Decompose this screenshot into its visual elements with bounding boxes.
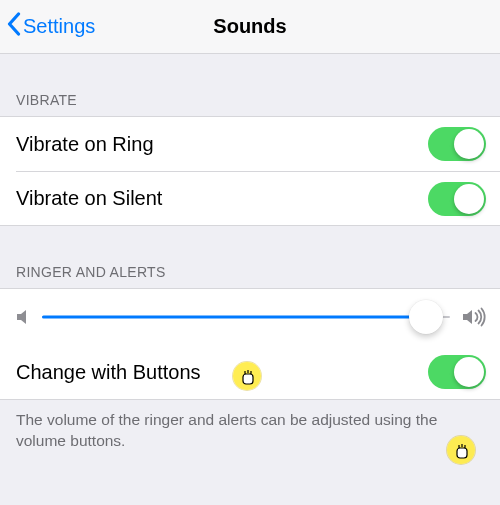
section-header-vibrate: VIBRATE [0, 54, 500, 116]
slider-thumb[interactable] [409, 300, 443, 334]
speaker-low-icon [16, 308, 30, 326]
group-ringer: Change with Buttons [0, 288, 500, 400]
row-label: Vibrate on Silent [16, 187, 162, 210]
back-label: Settings [23, 15, 95, 38]
section-header-ringer: RINGER AND ALERTS [0, 226, 500, 288]
slider-fill [42, 316, 426, 319]
row-vibrate-on-silent[interactable]: Vibrate on Silent [16, 171, 500, 225]
toggle-vibrate-on-ring[interactable] [428, 127, 486, 161]
row-volume-slider [0, 289, 500, 345]
row-change-with-buttons[interactable]: Change with Buttons [0, 345, 500, 399]
chevron-left-icon [6, 12, 21, 41]
group-vibrate: Vibrate on Ring Vibrate on Silent [0, 116, 500, 226]
toggle-change-with-buttons[interactable] [428, 355, 486, 389]
back-button[interactable]: Settings [0, 0, 95, 53]
row-vibrate-on-ring[interactable]: Vibrate on Ring [0, 117, 500, 171]
row-label: Vibrate on Ring [16, 133, 154, 156]
row-label: Change with Buttons [16, 361, 201, 384]
navbar: Settings Sounds [0, 0, 500, 54]
volume-slider[interactable] [42, 297, 450, 337]
speaker-high-icon [462, 307, 486, 327]
toggle-vibrate-on-silent[interactable] [428, 182, 486, 216]
footer-note: The volume of the ringer and alerts can … [0, 400, 500, 452]
